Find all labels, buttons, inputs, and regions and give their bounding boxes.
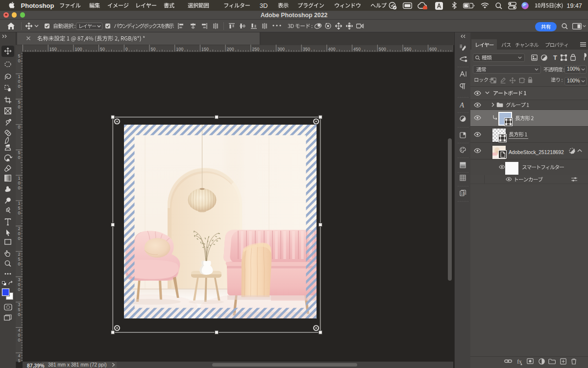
svg-text:15: 15 (461, 192, 465, 195)
svg-text:A: A (460, 102, 465, 108)
